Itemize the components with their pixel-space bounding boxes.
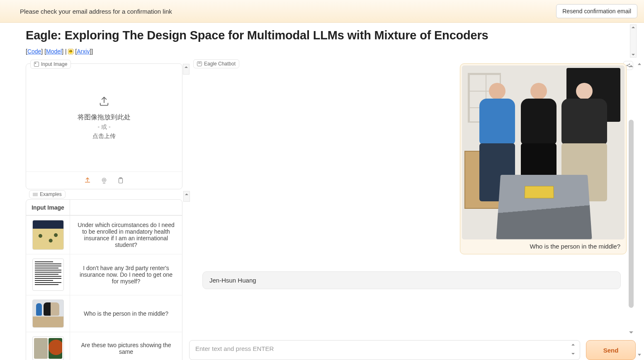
- link-model[interactable]: Model: [46, 48, 62, 55]
- paste-clipboard-icon[interactable]: [117, 177, 124, 184]
- input-image-label-text: Input Image: [41, 61, 67, 67]
- upload-line2: - 或 -: [97, 123, 110, 131]
- example-thumb: [26, 332, 70, 360]
- page-title: Eagle: Exploring The Design Space for Mu…: [26, 29, 624, 42]
- chat-input-row: Send: [189, 340, 636, 360]
- example-row[interactable]: Are these two pictures showing the same: [26, 332, 182, 360]
- upload-toolbar: [26, 172, 182, 189]
- examples-header-question: [70, 200, 182, 215]
- chat-scrollbar-thumb[interactable]: [629, 120, 634, 308]
- link-arxiv[interactable]: Arxiv: [77, 48, 90, 55]
- example-thumb: [26, 254, 70, 295]
- upload-line3: 点击上传: [92, 133, 116, 140]
- example-thumb: [26, 216, 70, 254]
- link-code[interactable]: Code: [27, 48, 41, 55]
- chatbot-panel: Eagle Chatbot: [189, 63, 636, 335]
- send-button[interactable]: Send: [586, 340, 636, 360]
- example-thumb-document: [32, 259, 64, 291]
- example-thumb: [26, 295, 70, 332]
- header-links: [Code] [Model] | [Arxiv]]: [26, 48, 624, 55]
- input-image-panel: Input Image 将图像拖放到此处 - 或 - 点击上传: [26, 63, 182, 189]
- example-row[interactable]: Under which circumstances do I need to b…: [26, 215, 182, 254]
- examples-header-image: Input Image: [26, 200, 70, 215]
- upload-line1: 将图像拖放到此处: [78, 113, 131, 122]
- user-message: Who is the person in the middle?: [460, 63, 627, 254]
- example-thumb-people: [32, 300, 64, 328]
- example-row[interactable]: Who is the person in the middle?: [26, 295, 182, 332]
- page-scrollbar[interactable]: [637, 62, 643, 357]
- webcam-icon[interactable]: [100, 177, 108, 184]
- examples-label-text: Examples: [40, 191, 62, 197]
- list-icon: [33, 193, 38, 196]
- user-message-text: Who is the person in the middle?: [462, 239, 625, 250]
- chat-input-container[interactable]: [189, 340, 580, 360]
- assistant-message-text: Jen-Hsun Huang: [209, 277, 256, 284]
- upload-file-icon[interactable]: [84, 177, 91, 184]
- example-row[interactable]: I don't have any 3rd party renter's insu…: [26, 254, 182, 295]
- huggingface-icon: [68, 49, 73, 54]
- example-question: Who is the person in the middle?: [70, 295, 182, 332]
- example-question: Under which circumstances do I need to b…: [70, 216, 182, 254]
- assistant-message: Jen-Hsun Huang: [202, 271, 621, 289]
- example-thumb-pair: [32, 336, 64, 360]
- header: Eagle: Exploring The Design Space for Mu…: [0, 23, 644, 60]
- examples-panel: Examples Input Image Under which circums…: [26, 194, 182, 360]
- resend-confirmation-button[interactable]: Resend confirmation email: [556, 4, 637, 18]
- examples-header-row: Input Image: [26, 200, 182, 215]
- svg-point-1: [104, 179, 105, 181]
- examples-label: Examples: [29, 190, 66, 198]
- example-question: I don't have any 3rd party renter's insu…: [70, 254, 182, 295]
- image-upload-dropzone[interactable]: 将图像拖放到此处 - 或 - 点击上传: [26, 64, 182, 172]
- chat-text-input[interactable]: [195, 341, 569, 356]
- example-question: Are these two pictures showing the same: [70, 332, 182, 360]
- chat-scroll-area[interactable]: Who is the person in the middle? Jen-Hsu…: [189, 63, 627, 335]
- input-image-label: Input Image: [30, 60, 71, 69]
- user-uploaded-image[interactable]: [462, 65, 625, 239]
- confirmation-banner: Please check your email address for a co…: [0, 0, 644, 23]
- textarea-resize-icon[interactable]: [571, 343, 576, 355]
- svg-point-0: [102, 178, 106, 182]
- upload-icon: [98, 96, 110, 107]
- example-thumb-map: [32, 220, 64, 250]
- input-image-collapse-toggle[interactable]: [183, 64, 190, 75]
- image-icon: [34, 62, 39, 67]
- banner-text: Please check your email address for a co…: [20, 8, 172, 15]
- header-scrollbar[interactable]: [630, 24, 637, 58]
- chat-scrollbar[interactable]: [627, 63, 636, 335]
